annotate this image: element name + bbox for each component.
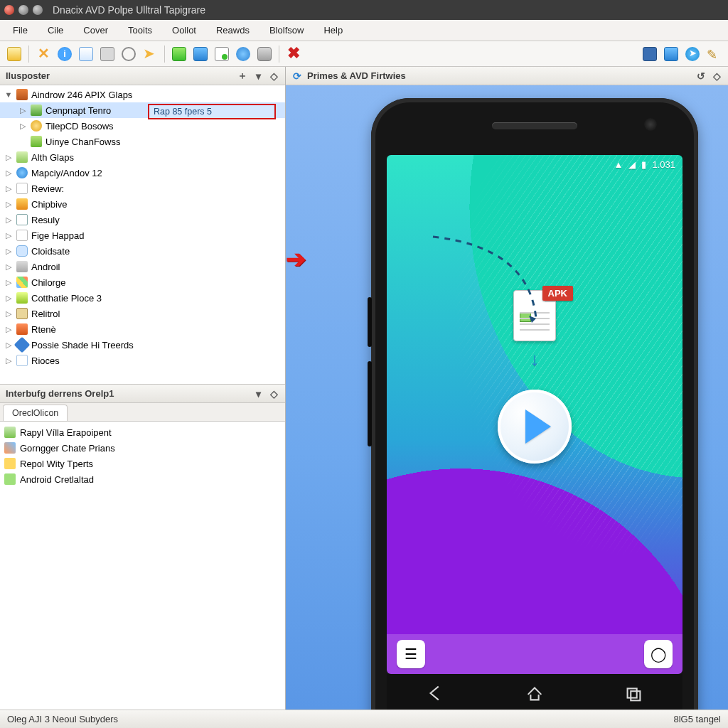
tree-node[interactable]: ▷Cloidsate — [0, 243, 285, 259]
device-screen[interactable]: ▲ ◢ ▮ 1.031 APK ↓ — [387, 155, 682, 674]
expand-toggle[interactable]: ▷ — [4, 262, 13, 272]
close-window-button[interactable] — [4, 5, 14, 15]
expand-toggle[interactable]: ▷ — [4, 325, 13, 334]
android-status-bar: ▲ ◢ ▮ 1.031 — [387, 155, 682, 173]
expand-toggle[interactable]: ▷ — [4, 153, 13, 162]
toolbar-run-button[interactable] — [169, 44, 189, 64]
expand-toggle[interactable]: ▷ — [4, 341, 13, 350]
menu-help[interactable]: Help — [315, 22, 351, 38]
tree-node[interactable]: ▷Rtenè — [0, 321, 285, 337]
toolbar-edit-button[interactable]: ✎ — [704, 44, 724, 64]
panel-diamond-icon[interactable]: ◇ — [711, 70, 722, 82]
expand-toggle[interactable]: ▷ — [4, 231, 13, 240]
menu-blolfsow[interactable]: Blolfsow — [261, 22, 312, 38]
panel-diamond-icon[interactable]: ◇ — [268, 70, 279, 82]
tree-label: Rioces — [31, 355, 60, 366]
toolbar-separator — [164, 46, 165, 63]
project-explorer-title: llusposter — [6, 70, 50, 81]
maximize-window-button[interactable] — [33, 5, 43, 15]
toolbar-mail-button[interactable] — [97, 44, 117, 64]
expand-toggle[interactable]: ▷ — [4, 309, 13, 318]
disc-icon — [31, 120, 42, 132]
list-item[interactable]: Gorngger Chate Prians — [1, 440, 284, 456]
tree-node[interactable]: ▷Fige Happad — [0, 228, 285, 243]
emulator-viewport[interactable]: ➔ ▲ ◢ ▮ 1.031 — [286, 85, 728, 710]
list-label: Android Cretlaltad — [20, 474, 94, 485]
menu-cile[interactable]: Cile — [39, 22, 72, 38]
dock-app-left[interactable]: ☰ — [397, 640, 425, 668]
tree-node[interactable]: ▷Mapciy/Andov 12 — [0, 165, 285, 181]
menu-tooits[interactable]: Tooits — [119, 22, 161, 38]
panel-diamond-icon[interactable]: ◇ — [268, 388, 279, 400]
bolt-icon — [16, 292, 28, 304]
expand-toggle[interactable]: ▼ — [4, 90, 13, 99]
tree-node[interactable]: ▷Rioces — [0, 353, 285, 368]
toolbar-db-button[interactable] — [255, 44, 274, 64]
expand-toggle[interactable]: ▷ — [4, 247, 13, 256]
document-plus-icon — [215, 47, 229, 61]
expand-toggle[interactable]: ▷ — [4, 200, 13, 209]
toolbar-send-button[interactable]: ➤ — [682, 44, 702, 64]
tree-node[interactable]: ▷Androil — [0, 259, 285, 274]
list-item[interactable]: Rapyl Vílla Erapoipent — [1, 424, 284, 440]
toolbar-screen-button[interactable] — [191, 44, 210, 64]
menu-file[interactable]: File — [4, 22, 36, 38]
toolbar-save-button[interactable] — [640, 44, 660, 64]
toolbar-newdoc-button[interactable] — [212, 44, 232, 64]
minimize-window-button[interactable] — [18, 5, 28, 15]
project-explorer-header: llusposter ＋ ▾ ◇ — [0, 67, 285, 85]
output-list: Rapyl Vílla Erapoipent Gorngger Chate Pr… — [0, 422, 285, 490]
panel-sync-icon[interactable]: ↺ — [695, 70, 707, 82]
toolbar-delete-button[interactable]: ✕ — [33, 44, 53, 64]
tree-node[interactable]: ▷Cotthatie Ploce 3 — [0, 290, 285, 306]
panel-add-icon[interactable]: ＋ — [237, 70, 248, 82]
nav-home-button[interactable] — [524, 682, 545, 706]
nav-recents-button[interactable] — [623, 682, 644, 706]
toolbar-info-button[interactable]: i — [55, 44, 75, 64]
rename-input[interactable]: Rap 85 fpers 5 — [148, 104, 276, 119]
volume-down-button[interactable] — [368, 361, 372, 446]
expand-toggle[interactable]: ▷ — [4, 294, 13, 303]
dock-app-right[interactable]: ◯ — [644, 640, 673, 668]
tree-node[interactable]: ▷Review: — [0, 181, 285, 196]
list-item[interactable]: Android Cretlaltad — [1, 471, 284, 487]
tree-node[interactable]: ▷Possie Shade Hi Treerds — [0, 337, 285, 353]
toolbar-panel-button[interactable] — [661, 44, 681, 64]
menu-reawds[interactable]: Reawds — [208, 22, 258, 38]
expand-toggle[interactable]: ▷ — [4, 278, 13, 287]
nav-back-button[interactable] — [425, 682, 446, 706]
panel-minus-icon[interactable]: ▾ — [252, 388, 264, 400]
project-tree[interactable]: ▼Aindrow 246 APIX Glaps ▷Cenpnapt Tenro … — [0, 85, 285, 384]
tree-node[interactable]: ▷Alth Glaps — [0, 149, 285, 165]
toolbar-card-button[interactable] — [76, 44, 96, 64]
expand-toggle[interactable]: ▷ — [18, 122, 27, 131]
expand-toggle[interactable]: ▷ — [4, 184, 13, 193]
expand-toggle[interactable]: ▷ — [18, 106, 27, 115]
tree-node[interactable]: ▷Chilorge — [0, 274, 285, 290]
menu-cover[interactable]: Cover — [75, 22, 117, 38]
tree-node[interactable]: ▷TilepCD Bosows — [0, 118, 285, 134]
expand-toggle[interactable]: ▷ — [4, 168, 13, 178]
volume-up-button[interactable] — [368, 297, 372, 347]
toolbar-user-button[interactable] — [233, 44, 253, 64]
tiles-icon — [16, 277, 28, 288]
tree-node[interactable]: Uinye ChanFowss — [0, 134, 285, 149]
expand-toggle[interactable]: ▷ — [4, 356, 13, 365]
package-icon — [16, 89, 28, 100]
tree-node[interactable]: ▷Relitrol — [0, 306, 285, 321]
toolbar-stop-button[interactable]: ✖ — [284, 44, 304, 64]
toolbar-open-button[interactable] — [4, 44, 24, 64]
list-item[interactable]: Repol Wity Tperts — [1, 456, 284, 471]
toolbar-cursor-button[interactable]: ➤ — [140, 44, 160, 64]
tree-node[interactable]: ▷Chipbive — [0, 196, 285, 212]
sync-icon[interactable]: ⟳ — [291, 70, 303, 82]
install-play-button[interactable] — [498, 390, 572, 464]
expand-toggle[interactable]: ▷ — [4, 215, 13, 225]
menu-oollot[interactable]: Oollot — [164, 22, 205, 38]
output-tab[interactable]: OreclOlicon — [3, 405, 68, 421]
toolbar-history-button[interactable] — [119, 44, 139, 64]
tree-node[interactable]: ▷Resuly — [0, 212, 285, 228]
panel-minus-icon[interactable]: ▾ — [252, 70, 264, 82]
status-clock: 1.031 — [652, 159, 675, 170]
tree-node[interactable]: ▼Aindrow 246 APIX Glaps — [0, 87, 285, 102]
